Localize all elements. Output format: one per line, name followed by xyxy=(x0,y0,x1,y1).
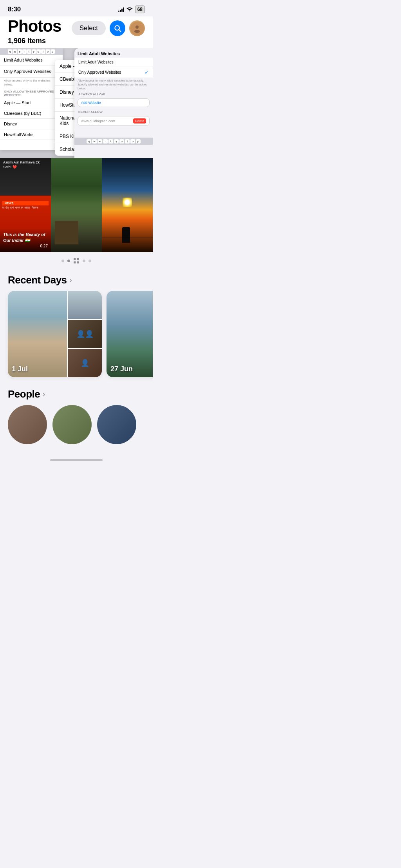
svg-point-3 xyxy=(134,30,140,33)
menu-item-approved[interactable]: Only Approved Websites ✓ xyxy=(0,65,63,78)
settings-row-approved: Only Approved Websites xyxy=(74,67,153,78)
select-button[interactable]: Select xyxy=(72,21,106,35)
pagination-dots xyxy=(0,252,153,271)
day-card-1-jul[interactable]: 1 Jul 👤👤 👤 xyxy=(8,291,102,377)
dot-4[interactable] xyxy=(83,260,85,262)
dot-5[interactable] xyxy=(89,260,91,262)
header-actions: Select xyxy=(72,20,145,36)
news-top-text: Asism Aur Kanhaiya Ek Sath! ❤️ xyxy=(0,158,51,169)
person-avatar-2[interactable] xyxy=(52,405,92,444)
dot-1[interactable] xyxy=(61,260,64,262)
menu-site-disney: Disney xyxy=(0,119,63,129)
settings-row-limit: Limit Adult Websites xyxy=(74,58,153,67)
recent-days-scroll: 1 Jul 👤👤 👤 xyxy=(0,291,153,385)
day-label-1-jul: 1 Jul xyxy=(12,365,28,373)
battery-icon: 68 xyxy=(135,5,145,13)
news-bar: NEWS xyxy=(2,201,49,205)
wifi-icon xyxy=(126,6,133,13)
dot-2[interactable] xyxy=(67,260,70,262)
left-menu-overlay: q w e r t y u i o p Limit Adult Websites… xyxy=(0,48,63,150)
person-avatar-1[interactable] xyxy=(8,405,47,444)
status-icons: 68 xyxy=(118,5,145,13)
svg-rect-7 xyxy=(77,261,79,264)
day-label-27-jun: 27 Jun xyxy=(110,365,133,373)
svg-rect-4 xyxy=(74,258,76,260)
recent-days-header: Recent Days › xyxy=(0,271,153,291)
title-row: Photos Select xyxy=(8,18,145,36)
photos-subtitle: 1,906 Items xyxy=(8,37,145,45)
menu-item-limit[interactable]: Limit Adult Websites xyxy=(0,55,63,65)
people-scroll xyxy=(0,405,153,456)
menu-site-cbeebies: CBeebies (by BBC) xyxy=(0,108,63,119)
svg-line-1 xyxy=(119,30,121,32)
avatar[interactable] xyxy=(129,20,145,36)
settings-overlay: Limit Adult Websites Limit Adult Website… xyxy=(74,48,153,158)
photo-cell-building[interactable] xyxy=(51,158,102,252)
home-indicator xyxy=(0,456,153,466)
people-section: People › xyxy=(0,385,153,456)
keyboard-row: q w e r t y u i o p xyxy=(0,48,63,55)
svg-point-2 xyxy=(135,25,139,29)
people-title: People xyxy=(8,388,40,400)
photo-cell-news[interactable]: Asism Aur Kanhaiya Ek Sath! ❤️ NEWS मा द… xyxy=(0,158,51,252)
svg-rect-5 xyxy=(77,258,79,260)
menu-site-howstuffworks: HowStuffWorks xyxy=(0,129,63,140)
svg-rect-6 xyxy=(74,261,76,264)
signal-icon xyxy=(118,7,124,12)
news-duration: 0:27 xyxy=(3,244,48,248)
search-button[interactable] xyxy=(110,20,125,36)
photo-grid: Asism Aur Kanhaiya Ek Sath! ❤️ NEWS मा द… xyxy=(0,158,153,252)
recent-days-title: Recent Days xyxy=(8,274,67,286)
news-text: This is the Beauty of Our India! 🇮🇳 xyxy=(3,232,48,243)
day-card-27-jun[interactable]: 27 Jun xyxy=(107,291,153,377)
menu-site-apple: Apple — Start xyxy=(0,98,63,108)
photo-cell-sunset[interactable] xyxy=(102,158,153,252)
recent-days-chevron[interactable]: › xyxy=(69,275,72,285)
photos-header: Photos Select 1,906 Items xyxy=(0,16,153,48)
people-header: People › xyxy=(0,385,153,405)
page-title: Photos xyxy=(8,18,61,35)
status-time: 8:30 xyxy=(8,5,21,13)
person-avatar-3[interactable] xyxy=(97,405,136,444)
status-bar: 8:30 68 xyxy=(0,0,153,16)
people-chevron[interactable]: › xyxy=(42,389,45,399)
overlay-area: q w e r t y u i o p Limit Adult Websites… xyxy=(0,48,153,158)
dot-grid[interactable] xyxy=(73,258,79,264)
